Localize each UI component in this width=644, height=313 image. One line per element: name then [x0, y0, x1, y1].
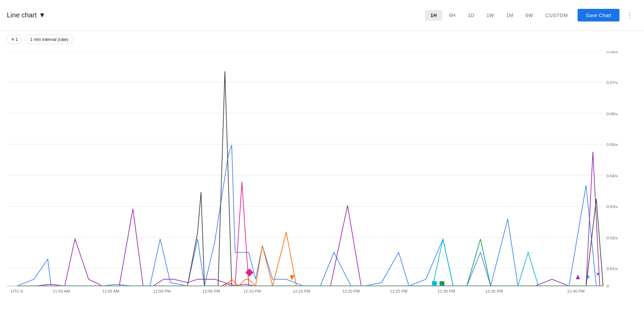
filter-label: 1 — [15, 37, 18, 42]
triangle-down-marker — [290, 275, 294, 280]
svg-text:0.02/s: 0.02/s — [607, 236, 618, 240]
svg-text:12:05 PM: 12:05 PM — [202, 289, 220, 294]
svg-text:0.06/s: 0.06/s — [607, 111, 618, 116]
chart-container: + × UTC-5 11:50 AM 11:55 AM 12:00 PM 12:… — [0, 48, 644, 313]
svg-text:0: 0 — [607, 284, 609, 288]
square-marker-teal — [432, 281, 437, 286]
time-btn-6h[interactable]: 6H — [444, 10, 461, 21]
x-marker: × — [596, 271, 599, 277]
time-btn-custom[interactable]: CUSTOM — [540, 10, 573, 21]
dropdown-arrow-icon: ▼ — [39, 11, 46, 19]
svg-text:0.03/s: 0.03/s — [607, 205, 618, 209]
svg-text:12:10 PM: 12:10 PM — [243, 289, 261, 294]
time-controls: 1H 6H 1D 1W 1M 6W CUSTOM Save Chart ⋮ — [425, 9, 637, 22]
header: Line chart ▼ 1H 6H 1D 1W 1M 6W CUSTOM Sa… — [0, 0, 644, 31]
chart-title-text: Line chart — [7, 11, 37, 19]
sub-header: ≡ 1 1 min interval (rate) — [0, 31, 644, 48]
svg-text:0.01/s: 0.01/s — [607, 267, 618, 271]
chart-area: + × UTC-5 11:50 AM 11:55 AM 12:00 PM 12:… — [7, 51, 624, 299]
svg-text:12:00 PM: 12:00 PM — [153, 289, 170, 294]
filter-icon: ≡ — [11, 36, 14, 42]
time-btn-6w[interactable]: 6W — [520, 10, 539, 21]
svg-text:0.07/s: 0.07/s — [607, 80, 618, 85]
interval-label: 1 min interval (rate) — [30, 37, 68, 42]
svg-text:11:55 AM: 11:55 AM — [102, 289, 120, 294]
svg-text:12:25 PM: 12:25 PM — [390, 289, 407, 294]
svg-text:12:30 PM: 12:30 PM — [438, 289, 455, 294]
triangle-up-marker — [576, 274, 580, 279]
square-marker-green — [440, 281, 444, 286]
svg-text:0.04/s: 0.04/s — [607, 174, 618, 178]
chart-svg: + × UTC-5 11:50 AM 11:55 AM 12:00 PM 12:… — [7, 51, 624, 299]
time-btn-1m[interactable]: 1M — [501, 10, 519, 21]
svg-text:12:40 PM: 12:40 PM — [567, 289, 584, 294]
time-btn-1h[interactable]: 1H — [425, 10, 442, 21]
plus-marker: + — [586, 273, 590, 281]
interval-chip[interactable]: 1 min interval (rate) — [25, 34, 73, 44]
more-options-button[interactable]: ⋮ — [622, 9, 637, 22]
time-btn-1w[interactable]: 1W — [481, 10, 500, 21]
svg-text:11:50 AM: 11:50 AM — [53, 289, 70, 294]
time-btn-1d[interactable]: 1D — [462, 10, 480, 21]
diamond-marker — [245, 268, 254, 277]
svg-text:UTC-5: UTC-5 — [11, 289, 23, 294]
filter-chip[interactable]: ≡ 1 — [7, 34, 22, 44]
svg-text:0.05/s: 0.05/s — [607, 143, 618, 147]
chart-title-dropdown[interactable]: Line chart ▼ — [7, 11, 46, 19]
save-chart-button[interactable]: Save Chart — [578, 9, 619, 21]
svg-text:12:15 PM: 12:15 PM — [293, 289, 310, 294]
svg-text:12:20 PM: 12:20 PM — [342, 289, 359, 294]
svg-text:12:35 PM: 12:35 PM — [485, 289, 503, 294]
svg-text:0.08/s: 0.08/s — [607, 51, 618, 54]
